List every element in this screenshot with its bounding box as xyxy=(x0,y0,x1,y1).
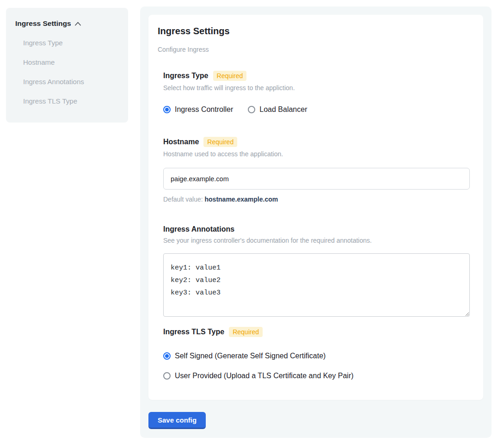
radio-option-load-balancer[interactable]: Load Balancer xyxy=(248,105,307,114)
sidebar-item-hostname[interactable]: Hostname xyxy=(23,58,119,66)
ingress-annotations-label: Ingress Annotations xyxy=(163,225,234,233)
page-subtitle: Configure Ingress xyxy=(158,46,474,53)
ingress-annotations-section: Ingress Annotations See your ingress con… xyxy=(163,225,468,317)
ingress-type-section: Ingress Type Required Select how traffic… xyxy=(163,71,468,114)
ingress-tls-type-section: Ingress TLS Type Required Self Signed (G… xyxy=(163,327,468,380)
radio-option-user-provided[interactable]: User Provided (Upload a TLS Certificate … xyxy=(163,372,468,380)
required-badge: Required xyxy=(229,327,263,337)
sidebar-nav: Ingress Type Hostname Ingress Annotation… xyxy=(15,39,119,105)
radio-button[interactable] xyxy=(163,372,171,380)
ingress-type-label: Ingress Type xyxy=(163,72,209,80)
hostname-input[interactable] xyxy=(163,168,470,190)
required-badge: Required xyxy=(203,137,237,147)
ingress-tls-radio-group: Self Signed (Generate Self Signed Certif… xyxy=(163,352,468,380)
radio-option-self-signed[interactable]: Self Signed (Generate Self Signed Certif… xyxy=(163,352,468,360)
sidebar-section-toggle[interactable]: Ingress Settings xyxy=(15,19,119,28)
hostname-section: Hostname Required Hostname used to acces… xyxy=(163,137,468,203)
ingress-annotations-textarea[interactable]: key1: value1 key2: value2 key3: value3 xyxy=(163,253,470,317)
ingress-type-radio-group: Ingress Controller Load Balancer xyxy=(163,105,468,114)
ingress-settings-panel: Ingress Settings Configure Ingress Ingre… xyxy=(140,6,492,438)
ingress-annotations-help: See your ingress controller's documentat… xyxy=(163,237,468,244)
radio-option-ingress-controller[interactable]: Ingress Controller xyxy=(163,105,233,114)
ingress-tls-type-label: Ingress TLS Type xyxy=(163,328,224,336)
save-row: Save config xyxy=(148,412,483,429)
radio-label: Load Balancer xyxy=(259,105,307,114)
sidebar-item-ingress-annotations[interactable]: Ingress Annotations xyxy=(23,78,119,86)
sidebar-item-ingress-type[interactable]: Ingress Type xyxy=(23,39,119,47)
chevron-up-icon xyxy=(74,21,81,26)
radio-button[interactable] xyxy=(163,106,171,113)
radio-label: Ingress Controller xyxy=(175,105,233,114)
ingress-settings-card: Ingress Settings Configure Ingress Ingre… xyxy=(148,15,483,400)
settings-sidebar: Ingress Settings Ingress Type Hostname I… xyxy=(6,8,128,123)
page-title: Ingress Settings xyxy=(158,26,474,37)
radio-button[interactable] xyxy=(248,106,255,113)
radio-label: Self Signed (Generate Self Signed Certif… xyxy=(175,352,326,360)
radio-label: User Provided (Upload a TLS Certificate … xyxy=(175,372,354,380)
hostname-default-line: Default value: hostname.example.com xyxy=(163,196,468,203)
save-config-button[interactable]: Save config xyxy=(148,412,206,429)
default-value-label: Default value: xyxy=(163,196,203,203)
required-badge: Required xyxy=(213,71,247,81)
sidebar-item-ingress-tls-type[interactable]: Ingress TLS Type xyxy=(23,97,119,105)
ingress-type-help: Select how traffic will ingress to the a… xyxy=(163,84,468,92)
hostname-help: Hostname used to access the application. xyxy=(163,150,468,158)
radio-button[interactable] xyxy=(163,352,171,360)
sidebar-section-title: Ingress Settings xyxy=(15,19,71,28)
hostname-label: Hostname xyxy=(163,138,199,146)
default-value-text: hostname.example.com xyxy=(205,196,278,203)
